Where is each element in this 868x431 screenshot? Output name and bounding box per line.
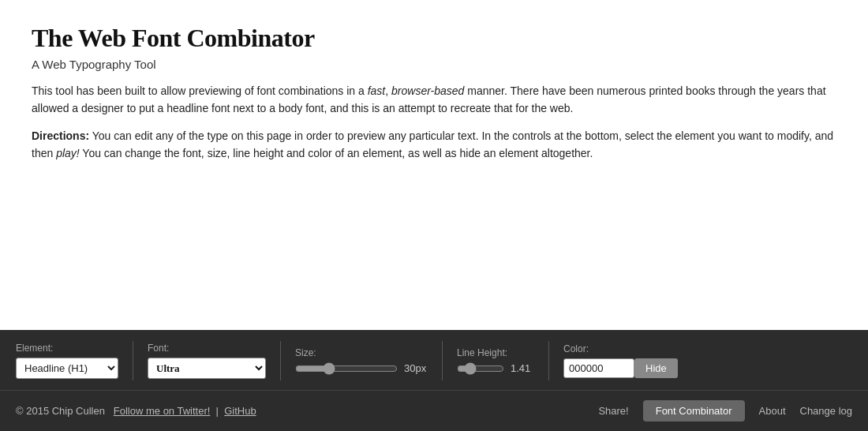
main-content: The Web Font Combinator A Web Typography… [0, 0, 868, 330]
page-title: The Web Font Combinator [32, 24, 836, 53]
share-label: Share! [598, 405, 628, 417]
color-input[interactable] [563, 358, 634, 378]
size-slider[interactable] [295, 362, 398, 375]
lineheight-group: Line Height: 1.41 [457, 347, 534, 375]
element-group: Element: Headline (H1) Subheadline (H2) … [16, 343, 118, 379]
desc-mid: , [385, 84, 391, 97]
desc-em2: browser-based [391, 84, 464, 97]
twitter-link[interactable]: Follow me on Twitter! [114, 405, 211, 417]
directions-em: play! [56, 147, 80, 159]
size-row: 30px [295, 362, 428, 375]
github-link[interactable]: GitHub [224, 405, 256, 417]
lh-row: 1.41 [457, 362, 534, 375]
controls-bar: Element: Headline (H1) Subheadline (H2) … [0, 330, 868, 390]
font-group: Font: Ultra Georgia Arial Helvetica [148, 343, 266, 379]
controls-row: Element: Headline (H1) Subheadline (H2) … [16, 341, 852, 380]
divider-1 [133, 341, 133, 380]
size-value: 30px [404, 362, 428, 374]
desc-em1: fast [368, 84, 386, 97]
color-label: Color: [563, 343, 634, 354]
font-combinator-button[interactable]: Font Combinator [643, 400, 745, 422]
footer-left: © 2015 Chip Cullen Follow me on Twitter!… [16, 405, 256, 417]
directions-label: Directions: [32, 129, 89, 142]
subtitle: A Web Typography Tool [32, 58, 836, 71]
changelog-button[interactable]: Change log [800, 405, 853, 417]
font-label: Font: [148, 343, 266, 354]
element-label: Element: [16, 343, 118, 354]
description-paragraph1: This tool has been built to allow previe… [32, 82, 836, 118]
hide-button[interactable]: Hide [634, 358, 678, 378]
lineheight-value: 1.41 [511, 362, 534, 374]
desc-prefix: This tool has been built to allow previe… [32, 84, 368, 97]
size-label: Size: [295, 347, 316, 358]
footer: © 2015 Chip Cullen Follow me on Twitter!… [0, 390, 868, 431]
copyright: © 2015 Chip Cullen [16, 405, 105, 417]
divider-4 [548, 341, 549, 380]
divider-3 [442, 341, 443, 380]
directions-suffix: You can change the font, size, line heig… [80, 147, 593, 159]
size-group: Size: 30px [295, 347, 428, 375]
lineheight-label: Line Height: [457, 347, 507, 358]
footer-right: Share! Font Combinator About Change log [598, 400, 852, 422]
lineheight-slider[interactable] [457, 362, 504, 375]
divider-2 [280, 341, 281, 380]
about-button[interactable]: About [759, 405, 786, 417]
element-select[interactable]: Headline (H1) Subheadline (H2) Body (P) … [16, 358, 118, 379]
directions-paragraph: Directions: You can edit any of the type… [32, 127, 836, 163]
color-group: Color: [563, 343, 634, 378]
font-select[interactable]: Ultra Georgia Arial Helvetica [148, 358, 266, 379]
